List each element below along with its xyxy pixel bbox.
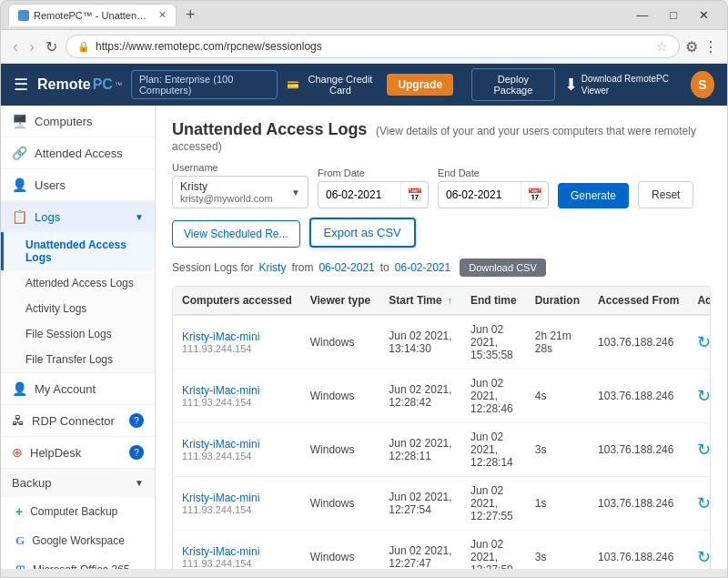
activity-icon[interactable]: ↻	[688, 315, 711, 370]
sidebar-subitem-file-transfer-logs[interactable]: File Transfer Logs	[1, 347, 155, 372]
computer-name: Kristy-iMac-mini	[182, 330, 292, 343]
sidebar-subitem-activity-logs[interactable]: Activity Logs	[1, 296, 155, 321]
sidebar-subitem-attended-access-logs[interactable]: Attended Access Logs	[1, 270, 155, 296]
helpdesk-help-badge: ?	[129, 445, 144, 460]
table-row: Kristy-iMac-mini 111.93.244.154 Windows …	[173, 531, 711, 570]
sidebar-subitem-unattended-access-logs[interactable]: Unattended Access Logs	[1, 232, 155, 270]
tab-close-icon[interactable]: ✕	[158, 9, 167, 21]
maximize-button[interactable]: □	[659, 3, 688, 28]
session-to-label: to	[380, 261, 389, 274]
back-button[interactable]: ‹	[10, 37, 21, 56]
logs-chevron-icon: ▼	[135, 212, 144, 222]
sidebar-item-my-account[interactable]: 👤 My Account	[1, 372, 155, 404]
minimize-button[interactable]: —	[625, 3, 659, 28]
table-row: Kristy-iMac-mini 111.93.244.154 Windows …	[173, 370, 711, 423]
forward-button[interactable]: ›	[26, 37, 37, 56]
deploy-package-button[interactable]: Deploy Package	[471, 68, 555, 101]
duration: 3s	[526, 531, 589, 570]
google-workspace-icon: G	[15, 533, 25, 548]
attended-access-icon: 🔗	[12, 146, 27, 160]
plan-info: Plan: Enterprise (100 Computers)	[131, 70, 278, 99]
from-date-calendar-icon[interactable]: 📅	[400, 182, 428, 208]
from-date-input[interactable]	[318, 183, 400, 207]
viewer-type: Windows	[301, 315, 379, 370]
credit-card-icon: 💳	[287, 79, 299, 91]
generate-button[interactable]: Generate	[558, 183, 629, 208]
computer-backup-icon: +	[15, 504, 23, 519]
extensions-button[interactable]: ⚙	[685, 38, 698, 56]
computers-icon: 🖥️	[12, 114, 27, 128]
accessed-from: 103.76.188.246	[589, 531, 688, 570]
end-date-input[interactable]	[439, 183, 521, 207]
username-value: Kristy	[180, 180, 273, 193]
start-time: Jun 02 2021, 12:28:11	[379, 423, 461, 477]
change-credit-card-button[interactable]: 💳 Change Credit Card	[287, 74, 379, 96]
viewer-type: Windows	[301, 531, 379, 570]
sidebar-item-helpdesk[interactable]: ⊕ HelpDesk ?	[1, 436, 155, 468]
refresh-button[interactable]: ↻	[43, 38, 60, 56]
lock-icon: 🔒	[77, 41, 90, 53]
sidebar-item-rdp-connector[interactable]: 🖧 RDP Connector ?	[1, 404, 155, 436]
new-tab-button[interactable]: +	[180, 5, 201, 25]
user-avatar[interactable]: S	[691, 71, 714, 98]
username-dropdown-icon[interactable]: ▼	[291, 188, 300, 198]
duration: 3s	[526, 423, 589, 477]
sidebar-item-google-workspace[interactable]: G Google Workspace	[1, 526, 155, 555]
sidebar-item-logs[interactable]: 📋 Logs ▼	[1, 201, 155, 232]
page-title: Unattended Access Logs	[172, 120, 367, 138]
activity-icon[interactable]: ↻	[688, 423, 711, 477]
rdp-icon: 🖧	[12, 413, 25, 428]
export-csv-button[interactable]: Export as CSV	[309, 218, 416, 248]
session-from-date: 06-02-2021	[318, 261, 374, 274]
view-scheduled-button[interactable]: View Scheduled Re...	[172, 220, 300, 248]
sidebar-item-users[interactable]: 👤 Users	[1, 169, 155, 201]
users-icon: 👤	[12, 177, 27, 192]
activity-icon[interactable]: ↻	[688, 477, 711, 531]
browser-tab[interactable]: RemotePC™ - Unattended Acce... ✕	[8, 4, 177, 26]
session-info-prefix: Session Logs for	[172, 261, 253, 274]
hamburger-button[interactable]: ☰	[14, 75, 28, 95]
col-start-time[interactable]: Start Time ↑	[379, 287, 461, 315]
computer-ip: 111.93.244.154	[182, 504, 292, 515]
sidebar-subitem-file-session-logs[interactable]: File Session Logs	[1, 321, 155, 347]
session-from-label: from	[291, 261, 313, 274]
activity-icon[interactable]: ↻	[688, 370, 711, 423]
close-button[interactable]: ✕	[688, 3, 720, 28]
table-row: Kristy-iMac-mini 111.93.244.154 Windows …	[173, 423, 711, 477]
username-email: kristy@myworld.com	[180, 193, 273, 204]
computer-name: Kristy-iMac-mini	[182, 492, 292, 504]
accessed-from: 103.76.188.246	[589, 370, 688, 423]
download-csv-button[interactable]: Download CSV	[460, 259, 546, 277]
reset-button[interactable]: Reset	[638, 181, 693, 208]
helpdesk-icon: ⊕	[12, 445, 23, 460]
activity-icon[interactable]: ↻	[688, 531, 711, 570]
sidebar-item-computers[interactable]: 🖥️ Computers	[1, 106, 155, 137]
sidebar-item-attended-access[interactable]: 🔗 Attended Access	[1, 137, 155, 169]
table-row: Kristy-iMac-mini 111.93.244.154 Windows …	[173, 477, 711, 531]
end-date-calendar-icon[interactable]: 📅	[521, 182, 548, 208]
end-time: Jun 02 2021, 12:28:14	[461, 423, 526, 477]
start-time: Jun 02 2021, 12:27:54	[379, 477, 461, 531]
col-viewer: Viewer type	[301, 287, 379, 315]
download-viewer-button[interactable]: ⬇ Download RemotePC Viewer	[564, 73, 682, 96]
end-time: Jun 02 2021, 12:27:55	[461, 477, 526, 531]
bookmark-icon[interactable]: ☆	[656, 39, 668, 54]
microsoft-icon: ⊞	[15, 563, 25, 569]
duration: 4s	[526, 370, 589, 423]
sidebar-section-backup[interactable]: Backup ▼	[1, 468, 155, 497]
session-to-date: 06-02-2021	[395, 261, 450, 274]
col-accessed-from: Accessed From	[589, 287, 688, 315]
sidebar-item-microsoft-office[interactable]: ⊞ Microsoft Office 365	[1, 555, 155, 569]
tab-favicon	[18, 10, 29, 21]
sidebar-item-computer-backup[interactable]: + Computer Backup	[1, 497, 155, 526]
start-time: Jun 02 2021, 13:14:30	[379, 315, 461, 370]
rdp-help-badge: ?	[129, 413, 144, 428]
start-time-sort-icon: ↑	[448, 296, 452, 306]
viewer-type: Windows	[301, 370, 379, 423]
upgrade-button[interactable]: Upgrade	[387, 74, 453, 96]
menu-button[interactable]: ⋮	[703, 38, 718, 56]
url-text[interactable]: https://www.remotepc.com/rpcnew/sessionl…	[96, 40, 651, 53]
backup-chevron-icon: ▼	[135, 478, 144, 488]
computer-ip: 111.93.244.154	[182, 451, 292, 461]
computer-name: Kristy-iMac-mini	[182, 438, 292, 451]
